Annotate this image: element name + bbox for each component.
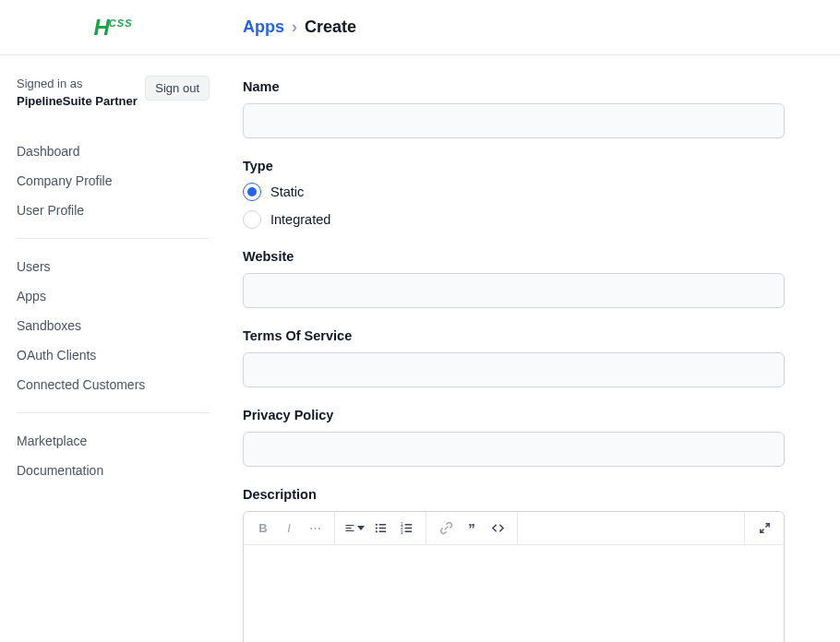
radio-circle-icon	[243, 210, 261, 229]
description-input[interactable]	[244, 545, 784, 642]
sidebar-item-sandboxes[interactable]: Sandboxes	[17, 311, 210, 340]
toolbar-group-expand	[744, 512, 784, 544]
toolbar-group-paragraph: 123	[335, 512, 426, 544]
sidebar-item-apps[interactable]: Apps	[17, 281, 210, 311]
sidebar-item-documentation[interactable]: Documentation	[17, 456, 210, 485]
svg-rect-8	[378, 531, 386, 533]
radio-circle-icon	[243, 183, 261, 201]
breadcrumb-current: Create	[305, 18, 356, 37]
name-input[interactable]	[243, 103, 785, 138]
sidebar-item-oauth-clients[interactable]: OAuth Clients	[17, 340, 210, 370]
tos-input[interactable]	[243, 352, 785, 387]
field-type: Type Static Integrated	[243, 159, 785, 229]
sidebar-item-marketplace[interactable]: Marketplace	[17, 426, 210, 456]
nav-group-1: Dashboard Company Profile User Profile	[17, 131, 210, 231]
nav-group-2: Users Apps Sandboxes OAuth Clients Conne…	[17, 246, 210, 405]
svg-rect-14	[404, 531, 412, 533]
svg-rect-6	[378, 524, 386, 526]
field-privacy: Privacy Policy	[243, 408, 785, 467]
svg-text:3: 3	[400, 530, 402, 535]
signed-in-label: Signed in as	[17, 76, 138, 93]
editor-toolbar: B I ⋯ 123	[244, 512, 784, 545]
tos-label: Terms Of Service	[243, 328, 785, 343]
toolbar-group-text: B I ⋯	[244, 512, 335, 544]
nav-group-3: Marketplace Documentation	[17, 421, 210, 491]
nav-separator	[17, 238, 210, 239]
website-input[interactable]	[243, 273, 785, 308]
italic-icon[interactable]: I	[279, 518, 299, 539]
type-label: Type	[243, 159, 785, 173]
privacy-label: Privacy Policy	[243, 408, 785, 422]
sidebar-item-user-profile[interactable]: User Profile	[17, 196, 210, 225]
align-icon[interactable]	[344, 518, 365, 539]
svg-rect-12	[404, 524, 412, 526]
nav-separator	[17, 412, 210, 413]
main-content: Name Type Static Integrated Website Term…	[226, 55, 840, 642]
privacy-input[interactable]	[243, 432, 785, 467]
bold-icon[interactable]: B	[253, 518, 273, 539]
sign-out-button[interactable]: Sign out	[145, 76, 210, 101]
radio-static-label: Static	[270, 184, 304, 199]
logo-main: H	[94, 15, 109, 40]
breadcrumb: Apps › Create	[226, 18, 356, 37]
logo-text: HCSS	[94, 15, 133, 41]
signed-in-name: PipelineSuite Partner	[17, 93, 138, 111]
signed-in-text: Signed in as PipelineSuite Partner	[17, 76, 138, 111]
quote-icon[interactable]: ”	[462, 518, 482, 539]
signed-in-row: Signed in as PipelineSuite Partner Sign …	[17, 76, 210, 111]
topbar: HCSS Apps › Create	[0, 0, 840, 55]
chevron-down-icon	[357, 526, 365, 530]
logo[interactable]: HCSS	[0, 15, 226, 41]
more-icon[interactable]: ⋯	[305, 518, 325, 539]
sidebar-item-users[interactable]: Users	[17, 252, 210, 281]
radio-integrated[interactable]: Integrated	[243, 210, 785, 229]
svg-point-4	[375, 527, 377, 529]
radio-integrated-label: Integrated	[270, 212, 330, 227]
chevron-right-icon: ›	[292, 18, 297, 37]
logo-sup: CSS	[109, 18, 133, 29]
svg-rect-7	[378, 528, 386, 529]
sidebar-item-company-profile[interactable]: Company Profile	[17, 166, 210, 196]
sidebar: Signed in as PipelineSuite Partner Sign …	[0, 55, 226, 642]
ordered-list-icon[interactable]: 123	[396, 518, 416, 539]
sidebar-item-dashboard[interactable]: Dashboard	[17, 137, 210, 166]
radio-static[interactable]: Static	[243, 183, 785, 201]
description-label: Description	[243, 487, 785, 502]
name-label: Name	[243, 79, 785, 94]
field-website: Website	[243, 249, 785, 308]
link-icon[interactable]	[436, 518, 456, 539]
expand-icon[interactable]	[754, 518, 774, 539]
toolbar-group-insert: ”	[426, 512, 518, 544]
code-icon[interactable]	[487, 518, 508, 539]
breadcrumb-apps-link[interactable]: Apps	[243, 18, 284, 37]
svg-point-3	[375, 524, 377, 526]
rich-text-editor: B I ⋯ 123	[243, 511, 785, 642]
bullet-list-icon[interactable]	[370, 518, 390, 539]
field-name: Name	[243, 79, 785, 138]
website-label: Website	[243, 249, 785, 264]
field-tos: Terms Of Service	[243, 328, 785, 387]
svg-rect-13	[404, 528, 412, 529]
layout: Signed in as PipelineSuite Partner Sign …	[0, 55, 840, 642]
field-description: Description B I ⋯	[243, 487, 785, 642]
sidebar-item-connected-customers[interactable]: Connected Customers	[17, 370, 210, 399]
svg-point-5	[375, 530, 377, 532]
